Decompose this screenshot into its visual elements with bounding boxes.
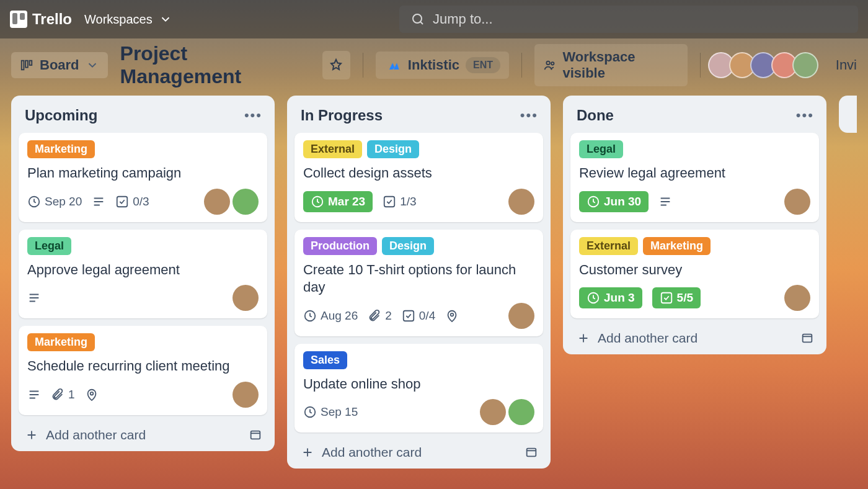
clock-icon — [303, 309, 317, 323]
svg-rect-2 — [25, 61, 28, 68]
view-label: Board — [40, 57, 79, 73]
card[interactable]: Legal Review legal agreement Jun 30 — [570, 133, 819, 222]
svg-rect-16 — [527, 449, 536, 457]
visibility-button[interactable]: Workspace visible — [534, 44, 688, 86]
card-title: Collect design assets — [303, 164, 534, 182]
add-card-button[interactable]: Add another card — [301, 445, 422, 460]
svg-point-8 — [90, 392, 93, 395]
template-icon — [525, 446, 538, 459]
list: Upcoming ••• Marketing Plan marketing ca… — [11, 96, 275, 451]
card[interactable]: ProductionDesign Create 10 T-shirt optio… — [294, 230, 543, 336]
avatar[interactable] — [508, 189, 534, 215]
avatar[interactable] — [784, 189, 810, 215]
clock-icon — [587, 291, 600, 305]
list-title[interactable]: Done — [577, 107, 614, 124]
top-nav: Trello Workspaces Jump to... — [0, 0, 868, 38]
due-date-badge: Mar 23 — [303, 191, 373, 212]
card[interactable]: Marketing Plan marketing campaign Sep 20… — [19, 133, 267, 222]
org-badge: ENT — [466, 57, 500, 73]
card-members[interactable] — [508, 303, 534, 329]
list-menu-button[interactable]: ••• — [796, 107, 814, 123]
avatar[interactable] — [232, 382, 259, 408]
card-members[interactable] — [232, 382, 259, 408]
avatar[interactable] — [792, 52, 818, 78]
card-label[interactable]: Marketing — [27, 333, 95, 351]
clock-icon — [311, 195, 324, 209]
list-title[interactable]: Upcoming — [25, 107, 97, 124]
desc-icon — [27, 388, 41, 402]
card-members[interactable] — [784, 189, 810, 215]
board-header: Board Project Management Inktistic ENT W… — [0, 43, 868, 87]
trello-logo[interactable]: Trello — [10, 11, 72, 28]
card-label[interactable]: Design — [382, 237, 434, 255]
card-title: Create 10 T-shirt options for launch day — [303, 261, 534, 297]
card-members[interactable] — [480, 399, 534, 425]
due-date-badge: Sep 20 — [27, 195, 82, 209]
card-label[interactable]: Design — [367, 140, 419, 158]
avatar[interactable] — [480, 399, 506, 425]
card[interactable]: Legal Approve legal agreement — [19, 230, 267, 319]
card-label[interactable]: Production — [303, 237, 377, 255]
desc-icon — [27, 291, 41, 305]
card[interactable]: Marketing Schedule recurring client meet… — [19, 326, 267, 415]
card-label[interactable]: Sales — [303, 351, 347, 369]
card-members[interactable] — [204, 189, 259, 215]
card-label[interactable]: External — [303, 140, 362, 158]
clock-icon — [587, 195, 600, 209]
svg-rect-13 — [404, 311, 414, 321]
divider — [700, 53, 701, 78]
card[interactable]: Sales Update online shop Sep 15 — [294, 344, 543, 433]
card-label[interactable]: Marketing — [643, 237, 711, 255]
star-button[interactable] — [322, 51, 350, 79]
plus-icon — [577, 331, 590, 345]
card-label[interactable]: Marketing — [27, 140, 95, 158]
card-label[interactable]: Legal — [579, 140, 623, 158]
svg-rect-7 — [117, 196, 128, 207]
card-label[interactable]: External — [579, 237, 638, 255]
card[interactable]: ExternalMarketing Customer survey Jun 35… — [570, 230, 819, 319]
search-input[interactable]: Jump to... — [399, 6, 858, 33]
card-title: Schedule recurring client meeting — [27, 357, 259, 375]
card-template-button[interactable] — [525, 446, 538, 459]
card-members[interactable] — [508, 189, 534, 215]
avatar[interactable] — [232, 285, 259, 311]
due-date-badge: Sep 15 — [303, 405, 358, 419]
svg-rect-9 — [251, 431, 260, 439]
card-template-button[interactable] — [249, 428, 262, 442]
svg-rect-3 — [30, 61, 32, 65]
avatar[interactable] — [508, 303, 534, 329]
card-title: Update online shop — [303, 375, 534, 393]
card-members[interactable] — [232, 285, 259, 311]
svg-point-4 — [546, 61, 549, 65]
card-title: Plan marketing campaign — [27, 164, 259, 182]
view-switcher[interactable]: Board — [11, 52, 108, 78]
card-label[interactable]: Legal — [27, 237, 71, 255]
loc-icon — [85, 388, 99, 402]
card-template-button[interactable] — [800, 331, 814, 345]
svg-point-14 — [451, 313, 454, 316]
people-icon — [543, 58, 557, 72]
board-title[interactable]: Project Management — [120, 42, 310, 88]
invite-button[interactable]: Invi — [836, 57, 857, 73]
card[interactable]: ExternalDesign Collect design assets Mar… — [294, 133, 543, 222]
board-canvas[interactable]: Upcoming ••• Marketing Plan marketing ca… — [0, 87, 868, 477]
workspaces-dropdown[interactable]: Workspaces — [84, 12, 172, 27]
svg-rect-20 — [803, 334, 812, 343]
list-menu-button[interactable]: ••• — [520, 107, 538, 123]
avatar[interactable] — [784, 285, 810, 311]
add-card-button[interactable]: Add another card — [577, 331, 698, 346]
avatar[interactable] — [232, 189, 259, 215]
avatar[interactable] — [204, 189, 230, 215]
list-menu-button[interactable]: ••• — [244, 107, 262, 123]
add-card-button[interactable]: Add another card — [25, 428, 146, 442]
avatar[interactable] — [508, 399, 534, 425]
board-members[interactable] — [713, 52, 818, 78]
star-icon — [329, 58, 343, 73]
list-title[interactable]: In Progress — [301, 107, 383, 124]
search-icon — [410, 12, 425, 27]
workspaces-label: Workspaces — [84, 12, 153, 27]
card-title: Approve legal agreement — [27, 261, 259, 279]
due-date-badge: Jun 30 — [579, 191, 649, 212]
card-members[interactable] — [784, 285, 810, 311]
org-chip[interactable]: Inktistic ENT — [376, 52, 509, 79]
